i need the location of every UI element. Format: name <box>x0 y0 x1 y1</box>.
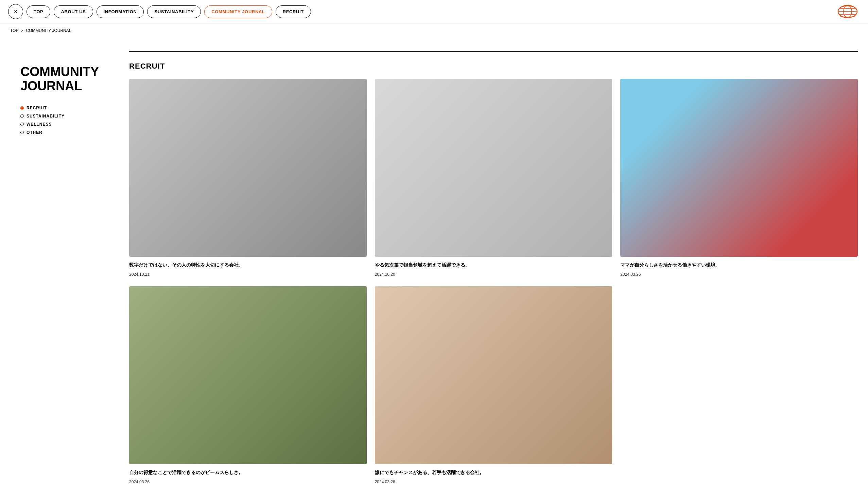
sidebar: COMMUNITY JOURNAL RECRUITSUSTAINABILITYW… <box>20 51 116 488</box>
article-card-r4[interactable]: 自分の得意なことで活躍できるのがビームスらしさ。2024.03.26 <box>129 286 367 484</box>
main-content: RECRUIT 数字だけではない、その人の特性を大切にする会社。2024.10.… <box>116 51 858 488</box>
section-divider <box>129 51 858 52</box>
recruit-section: RECRUIT 数字だけではない、その人の特性を大切にする会社。2024.10.… <box>129 51 858 484</box>
article-img-r5 <box>375 286 612 464</box>
filter-dot-wellness <box>20 123 24 126</box>
article-title-r2: やる気次第で担当領域を超えて活躍できる。 <box>375 261 612 269</box>
article-title-r1: 数字だけではない、その人の特性を大切にする会社。 <box>129 261 367 269</box>
filter-item-sustainability[interactable]: SUSTAINABILITY <box>20 114 116 119</box>
breadcrumb-top[interactable]: TOP <box>10 28 18 33</box>
article-date-r4: 2024.03.26 <box>129 480 367 484</box>
recruit-grid: 数字だけではない、その人の特性を大切にする会社。2024.10.21やる気次第で… <box>129 79 858 484</box>
nav-btn-recruit[interactable]: RECRUIT <box>276 5 311 18</box>
breadcrumb: TOP > COMMUNITY JOURNAL <box>0 23 868 38</box>
nav-btn-community-journal[interactable]: COMMUNITY JOURNAL <box>204 5 272 18</box>
close-button[interactable]: × <box>8 4 23 19</box>
article-img-r1 <box>129 79 367 257</box>
filter-label-sustainability: SUSTAINABILITY <box>27 114 65 119</box>
article-card-r1[interactable]: 数字だけではない、その人の特性を大切にする会社。2024.10.21 <box>129 79 367 277</box>
filter-list: RECRUITSUSTAINABILITYWELLNESSOTHER <box>20 106 116 135</box>
article-img-r3 <box>620 79 858 257</box>
article-date-r2: 2024.10.20 <box>375 272 612 277</box>
page-title: COMMUNITY JOURNAL <box>20 65 116 93</box>
filter-item-other[interactable]: OTHER <box>20 130 116 135</box>
page-body: COMMUNITY JOURNAL RECRUITSUSTAINABILITYW… <box>0 38 868 488</box>
main-nav: × TOPABOUT USINFORMATIONSUSTAINABILITYCO… <box>0 0 868 23</box>
close-icon: × <box>14 8 18 15</box>
article-title-r4: 自分の得意なことで活躍できるのがビームスらしさ。 <box>129 469 367 476</box>
article-card-r5[interactable]: 誰にでもチャンスがある、若手も活躍できる会社。2024.03.26 <box>375 286 612 484</box>
article-card-r2[interactable]: やる気次第で担当領域を超えて活躍できる。2024.10.20 <box>375 79 612 277</box>
filter-item-wellness[interactable]: WELLNESS <box>20 122 116 127</box>
nav-btn-sustainability[interactable]: SUSTAINABILITY <box>147 5 201 18</box>
article-date-r1: 2024.10.21 <box>129 272 367 277</box>
article-date-r5: 2024.03.26 <box>375 480 612 484</box>
filter-dot-sustainability <box>20 114 24 118</box>
article-title-r5: 誰にでもチャンスがある、若手も活躍できる会社。 <box>375 469 612 476</box>
breadcrumb-separator: > <box>21 29 23 33</box>
nav-btn-about-us[interactable]: ABOUT US <box>54 5 93 18</box>
breadcrumb-current: COMMUNITY JOURNAL <box>26 28 71 33</box>
filter-item-recruit[interactable]: RECRUIT <box>20 106 116 110</box>
article-img-r4 <box>129 286 367 464</box>
logo[interactable] <box>835 4 860 19</box>
article-img-r2 <box>375 79 612 257</box>
filter-dot-other <box>20 131 24 134</box>
article-title-r3: ママが自分らしさを活かせる働きやすい環境。 <box>620 261 858 269</box>
nav-btn-information[interactable]: INFORMATION <box>97 5 144 18</box>
filter-dot-recruit <box>20 106 24 110</box>
nav-items: TOPABOUT USINFORMATIONSUSTAINABILITYCOMM… <box>27 5 311 18</box>
filter-label-other: OTHER <box>27 130 42 135</box>
article-card-r3[interactable]: ママが自分らしさを活かせる働きやすい環境。2024.03.26 <box>620 79 858 277</box>
filter-label-recruit: RECRUIT <box>27 106 47 110</box>
article-date-r3: 2024.03.26 <box>620 272 858 277</box>
recruit-section-title: RECRUIT <box>129 62 858 71</box>
filter-label-wellness: WELLNESS <box>27 122 52 127</box>
nav-btn-top[interactable]: TOP <box>27 5 50 18</box>
